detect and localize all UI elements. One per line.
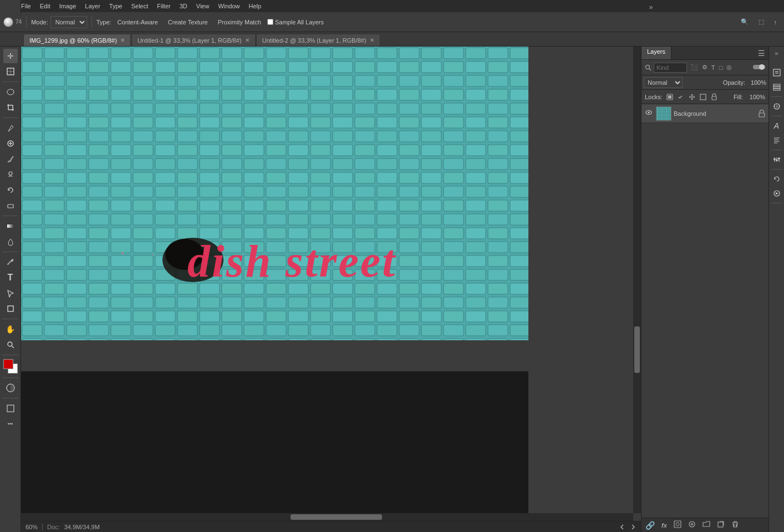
menu-edit[interactable]: Edit (35, 2, 55, 11)
mode-select[interactable]: Normal (50, 16, 87, 28)
lock-artboard-icon[interactable] (699, 93, 707, 101)
clone-tool[interactable] (3, 167, 18, 182)
sample-all-layers-checkbox[interactable] (267, 19, 273, 25)
content-aware-btn[interactable]: Content-Aware (114, 17, 162, 27)
opacity-label: Opacity: (723, 79, 745, 86)
tab-img1299[interactable]: IMG_1299.jpg @ 60% (RGB/8#) ✕ (23, 34, 131, 46)
blend-mode-select[interactable]: Normal (644, 77, 683, 88)
arrow-left-icon[interactable] (619, 524, 625, 530)
hand-tool[interactable]: ✋ (3, 322, 18, 336)
filter-adjust-icon[interactable]: ⚙ (701, 63, 709, 71)
quick-mask-tool[interactable] (3, 381, 18, 395)
color-swatches[interactable] (3, 359, 18, 374)
canvas-wrapper[interactable]: dish street (21, 47, 641, 521)
lock-draw-icon[interactable] (677, 93, 685, 101)
svg-text:dish street: dish street (187, 236, 396, 287)
menu-view[interactable]: View (192, 2, 214, 11)
menu-help[interactable]: Help (245, 2, 266, 11)
layer-search-input[interactable] (654, 63, 687, 73)
link-layers-btn[interactable]: 🔗 (644, 520, 656, 531)
screen-mode-tool[interactable] (3, 401, 18, 416)
tool-separator-4 (2, 252, 19, 252)
vertical-scrollbar[interactable] (633, 47, 641, 513)
opacity-value[interactable]: 100% (747, 79, 766, 86)
zoom-tool[interactable] (3, 337, 18, 352)
eyedropper-tool[interactable] (3, 121, 18, 135)
layer-visibility-toggle[interactable] (645, 109, 654, 118)
zoom-level: 60% (26, 524, 38, 530)
layer-background[interactable]: Background (642, 104, 768, 123)
layers-panel-btn[interactable] (771, 81, 783, 93)
pen-tool[interactable] (3, 255, 18, 269)
history-tool[interactable] (3, 183, 18, 197)
channels-panel-btn[interactable] (771, 100, 783, 112)
create-texture-btn[interactable]: Create Texture (164, 17, 212, 27)
menu-window[interactable]: Window (213, 2, 244, 11)
filter-pixel-icon[interactable]: ⬛ (689, 63, 699, 71)
tab-close-0[interactable]: ✕ (120, 37, 125, 43)
paragraph-panel-btn[interactable] (771, 134, 783, 146)
share-btn[interactable]: ↑ (770, 17, 781, 27)
lock-pixel-icon[interactable] (666, 93, 674, 101)
menu-image[interactable]: Image (55, 2, 81, 11)
delete-layer-btn[interactable] (730, 519, 741, 531)
scroll-thumb-horizontal[interactable] (291, 514, 383, 520)
eraser-tool[interactable] (3, 198, 18, 213)
tab-layers[interactable]: Layers (642, 47, 671, 59)
brush-preview[interactable] (3, 17, 13, 27)
brush-tool[interactable] (3, 152, 18, 166)
menu-3d[interactable]: 3D (175, 2, 192, 11)
new-group-btn[interactable] (701, 519, 712, 531)
collapse-panels-btn[interactable]: » (773, 49, 779, 58)
lock-move-icon[interactable] (688, 93, 696, 101)
lock-all-icon[interactable] (710, 93, 718, 101)
gradient-tool[interactable] (3, 219, 18, 233)
tab-close-2[interactable]: ✕ (370, 37, 374, 43)
history-panel-btn[interactable] (771, 173, 783, 185)
shape-tool[interactable] (3, 301, 18, 316)
filter-text-icon[interactable]: T (710, 64, 716, 71)
tab-close-1[interactable]: ✕ (245, 37, 250, 43)
properties-panel-btn[interactable] (771, 66, 783, 79)
layer-effects-btn[interactable]: fx (660, 521, 669, 530)
sample-all-layers-label[interactable]: Sample All Layers (267, 19, 324, 25)
add-adjustment-btn[interactable] (686, 519, 698, 531)
workspace-btn[interactable]: ⬚ (755, 17, 768, 27)
move-tool[interactable]: ✛ (3, 49, 18, 63)
far-right-spacer-1 (776, 60, 777, 64)
artboard-tool[interactable] (3, 64, 18, 79)
adjustments-panel-btn[interactable] (771, 154, 783, 166)
locks-row: Locks: Fill: 100% (642, 90, 768, 104)
new-layer-btn[interactable] (715, 519, 726, 531)
filter-shape-icon[interactable]: □ (718, 64, 724, 71)
heal-tool[interactable] (3, 136, 18, 151)
svg-line-35 (649, 69, 651, 70)
add-mask-btn[interactable] (672, 519, 683, 531)
filter-smart-icon[interactable]: ◎ (725, 63, 733, 71)
panels-collapse-btn[interactable]: » (645, 0, 656, 14)
crop-tool[interactable] (3, 100, 18, 115)
filter-toggle[interactable] (753, 64, 765, 71)
arrow-right-icon[interactable] (630, 524, 637, 530)
scroll-thumb-vertical[interactable] (634, 326, 640, 373)
search-btn[interactable]: 🔍 (737, 17, 752, 27)
tab-untitled2[interactable]: Untitled-2 @ 33,3% (Layer 1, RGB/8#) ✕ (256, 34, 380, 46)
burn-tool[interactable] (3, 234, 18, 249)
panel-menu-icon[interactable]: ☰ (758, 49, 765, 58)
more-tools[interactable]: ••• (3, 417, 18, 431)
foreground-color-swatch[interactable] (3, 359, 13, 369)
character-panel-btn[interactable]: A (771, 120, 783, 132)
horizontal-scrollbar[interactable] (21, 513, 633, 521)
svg-rect-40 (700, 94, 706, 100)
proximity-match-btn[interactable]: Proximity Match (214, 17, 265, 27)
tab-untitled1[interactable]: Untitled-1 @ 33,3% (Layer 1, RGB/8#) ✕ (131, 34, 256, 46)
menu-layer[interactable]: Layer (80, 2, 105, 11)
menu-filter[interactable]: Filter (152, 2, 175, 11)
lasso-tool[interactable] (3, 85, 18, 99)
menu-type[interactable]: Type (105, 2, 127, 11)
text-tool[interactable]: T (3, 270, 18, 285)
actions-panel-btn[interactable] (771, 187, 783, 200)
menu-select[interactable]: Select (127, 2, 153, 11)
fill-value[interactable]: 100% (746, 94, 765, 100)
path-select-tool[interactable] (3, 286, 18, 300)
